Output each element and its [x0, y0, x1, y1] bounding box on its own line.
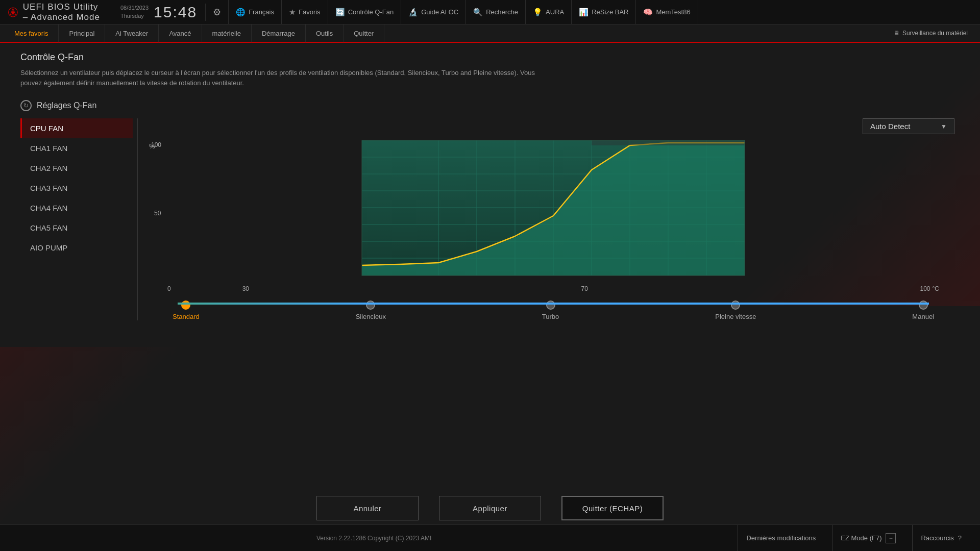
- cancel-button[interactable]: Annuler: [316, 496, 419, 520]
- chart-area: Auto Detect ▼ % 100 50: [142, 118, 960, 320]
- tab-principal[interactable]: Principal: [59, 24, 105, 42]
- preset-label-turbo: Turbo: [542, 313, 559, 320]
- preset-label-pleine: Pleine vitesse: [715, 313, 756, 320]
- apply-button[interactable]: Appliquer: [439, 496, 541, 520]
- nav-favoris[interactable]: ★ Favoris: [282, 0, 328, 24]
- auto-detect-select[interactable]: Auto Detect ▼: [863, 118, 954, 134]
- auto-detect-label: Auto Detect: [870, 122, 910, 131]
- x-label-100: 100: [920, 285, 930, 292]
- beaker-icon: 🔬: [408, 8, 418, 17]
- preset-dot-pleine: [731, 300, 740, 310]
- fan-item-cha3[interactable]: CHA3 FAN: [20, 178, 133, 198]
- chart-icon: 📊: [579, 8, 589, 17]
- qfan-header: ↻ Réglages Q-Fan: [20, 100, 960, 111]
- time-display: 15:48: [154, 4, 197, 21]
- qfan-icon: ↻: [20, 100, 32, 111]
- quit-button[interactable]: Quitter (ECHAP): [561, 496, 664, 520]
- fan-item-cha4[interactable]: CHA4 FAN: [20, 198, 133, 218]
- question-icon: ?: [958, 534, 962, 542]
- tab-surveillance[interactable]: 🖥 Surveillance du matériel: [885, 24, 976, 42]
- chevron-down-icon: ▼: [941, 123, 947, 130]
- tab-demarrage[interactable]: Démarrage: [252, 24, 306, 42]
- slider-fill: [178, 303, 929, 305]
- preset-dot-silencieux: [366, 300, 375, 310]
- fan-divider: [137, 118, 138, 320]
- qfan-section: CPU FAN CHA1 FAN CHA2 FAN CHA3 FAN CHA4 …: [20, 118, 960, 320]
- nav-recherche[interactable]: 🔍 Recherche: [466, 0, 526, 24]
- date-display: 08/31/2023 Thursday: [120, 4, 149, 20]
- tab-avance[interactable]: Avancé: [159, 24, 202, 42]
- qfan-title: Réglages Q-Fan: [37, 101, 96, 110]
- nav-memtest[interactable]: 🧠 MemTest86: [636, 0, 698, 24]
- preset-dot-manuel: [919, 300, 928, 310]
- shortcuts-label: Raccourcis: [921, 534, 953, 542]
- ez-mode-label: EZ Mode (F7): [841, 534, 881, 542]
- tab-outils[interactable]: Outils: [306, 24, 344, 42]
- star-icon: ★: [289, 8, 296, 17]
- preset-label-manuel: Manuel: [912, 313, 934, 320]
- nav-resizebar[interactable]: 📊 ReSize BAR: [572, 0, 636, 24]
- topbar-left: UEFI BIOS Utility – Advanced Mode: [0, 2, 112, 22]
- f7-key-icon: →: [886, 533, 896, 543]
- preset-dot-turbo: [546, 300, 555, 310]
- fan-item-cpu[interactable]: CPU FAN: [20, 118, 133, 138]
- fan-item-cha5[interactable]: CHA5 FAN: [20, 218, 133, 238]
- nav-guideaioc[interactable]: 🔬 Guide AI OC: [401, 0, 466, 24]
- slider-track: [178, 303, 929, 305]
- preset-label-silencieux: Silencieux: [356, 313, 386, 320]
- footer-version: Version 2.22.1286 Copyright (C) 2023 AMI: [10, 535, 738, 542]
- nav-aura[interactable]: 💡 AURA: [526, 0, 572, 24]
- x-axis-labels: 0 30 70 100 °C: [167, 283, 939, 292]
- fan-icon: 🔄: [335, 8, 345, 17]
- x-label-0: 0: [167, 285, 171, 292]
- flag-icon: 🌐: [236, 8, 246, 17]
- fan-list: CPU FAN CHA1 FAN CHA2 FAN CHA3 FAN CHA4 …: [20, 118, 133, 258]
- footer-ez-mode[interactable]: EZ Mode (F7) →: [832, 525, 904, 552]
- x-label-30: 30: [242, 285, 249, 292]
- footer-shortcuts[interactable]: Raccourcis ?: [912, 525, 970, 552]
- fan-chart-wrapper: % 100 50: [147, 140, 954, 292]
- page-description: Sélectionnez un ventilateur puis déplace…: [20, 68, 551, 88]
- nav-francais[interactable]: 🌐 Français: [229, 0, 282, 24]
- fan-curve-chart: [167, 140, 939, 283]
- svg-rect-21: [592, 140, 745, 145]
- bottom-bar: Annuler Appliquer Quitter (ECHAP): [0, 496, 980, 520]
- app-title: UEFI BIOS Utility – Advanced Mode: [23, 2, 104, 22]
- x-label-70: 70: [249, 285, 920, 292]
- search-icon: 🔍: [473, 8, 483, 17]
- mem-icon: 🧠: [643, 8, 653, 17]
- x-axis-unit: °C: [933, 285, 939, 292]
- y-max-label: 100: [151, 141, 161, 148]
- menu-tabs: Mes favoris Principal Ai Tweaker Avancé …: [0, 24, 980, 43]
- footer-last-changes-label: Dernières modifications: [746, 534, 816, 542]
- preset-slider-area: Standard Silencieux Turbo: [167, 303, 939, 320]
- topbar: UEFI BIOS Utility – Advanced Mode 08/31/…: [0, 0, 980, 24]
- tab-materielle[interactable]: matérielle: [202, 24, 252, 42]
- preset-label-standard: Standard: [173, 313, 200, 320]
- svg-point-2: [12, 11, 14, 13]
- nav-qfan[interactable]: 🔄 Contrôle Q-Fan: [328, 0, 402, 24]
- page-title: Contrôle Q-Fan: [20, 52, 960, 63]
- fan-item-cha1[interactable]: CHA1 FAN: [20, 138, 133, 158]
- tab-aitweaker[interactable]: Ai Tweaker: [105, 24, 159, 42]
- auto-detect-row: Auto Detect ▼: [147, 118, 954, 134]
- main-content: Contrôle Q-Fan Sélectionnez un ventilate…: [0, 43, 980, 320]
- monitor-icon: 🖥: [893, 30, 899, 37]
- fan-item-cha2[interactable]: CHA2 FAN: [20, 158, 133, 178]
- footer-right: Dernières modifications EZ Mode (F7) → R…: [738, 525, 970, 552]
- aura-icon: 💡: [533, 8, 543, 17]
- rog-logo: [8, 3, 18, 21]
- y-mid-label: 50: [154, 210, 161, 217]
- tab-quitter[interactable]: Quitter: [344, 24, 384, 42]
- fan-item-aio[interactable]: AIO PUMP: [20, 238, 133, 258]
- tab-favoris[interactable]: Mes favoris: [4, 24, 59, 42]
- settings-button[interactable]: ⚙: [206, 0, 229, 24]
- footer-last-changes[interactable]: Dernières modifications: [738, 525, 824, 552]
- footer: Version 2.22.1286 Copyright (C) 2023 AMI…: [0, 524, 980, 551]
- preset-dot-standard: [181, 300, 190, 310]
